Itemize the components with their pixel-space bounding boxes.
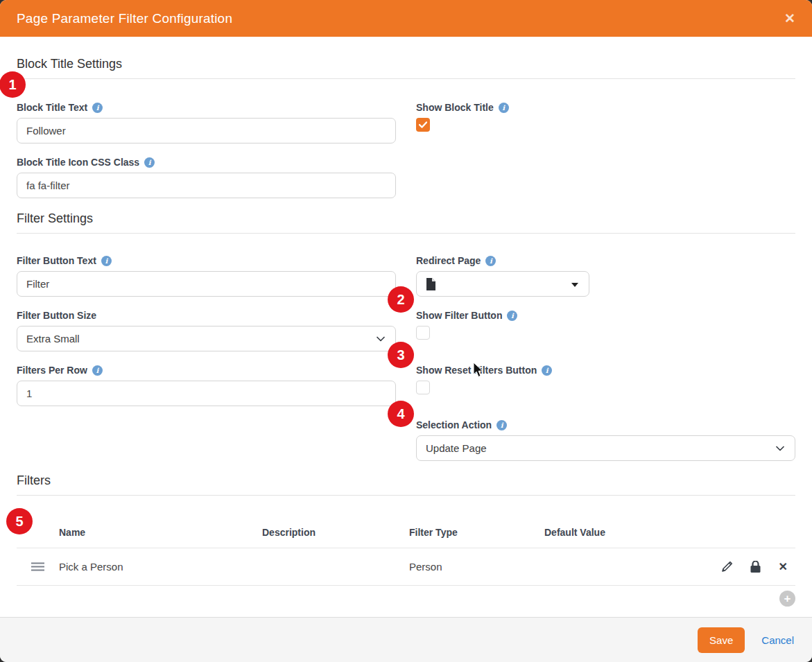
show-block-title-checkbox[interactable] [416, 118, 430, 132]
filters-per-row-label: Filters Per Row i [17, 365, 396, 376]
callout-3: 3 [388, 342, 414, 368]
info-icon[interactable]: i [101, 256, 112, 266]
close-icon[interactable]: ✕ [784, 12, 795, 25]
caret-down-icon [571, 283, 578, 287]
delete-button[interactable]: ✕ [779, 560, 788, 573]
column-name: Name [59, 527, 262, 538]
show-block-title-field: Show Block Title i [416, 102, 795, 143]
row-filter-type: Person [409, 561, 544, 573]
show-filter-button-label: Show Filter Button i [416, 310, 795, 321]
filters-per-row-input[interactable] [17, 381, 396, 406]
modal-title: Page Parameter Filter Configuration [17, 11, 232, 26]
redirect-page-field: Redirect Page i [416, 255, 795, 297]
save-button[interactable]: Save [698, 627, 745, 653]
callout-1: 1 [0, 71, 26, 98]
block-title-text-input[interactable] [17, 118, 396, 143]
info-icon[interactable]: i [542, 365, 552, 376]
divider [17, 78, 795, 79]
selection-action-select[interactable]: Update Page [416, 435, 795, 461]
row-name: Pick a Person [59, 561, 262, 573]
modal-footer: Save Cancel [0, 617, 812, 662]
block-title-icon-css-class-field: Block Title Icon CSS Class i [17, 157, 396, 198]
column-filter-type: Filter Type [409, 527, 544, 538]
callout-5: 5 [6, 508, 33, 534]
info-icon[interactable]: i [496, 420, 507, 430]
block-title-icon-css-class-label: Block Title Icon CSS Class i [17, 157, 396, 168]
info-icon[interactable]: i [144, 157, 155, 168]
mouse-cursor [472, 362, 484, 378]
cancel-button[interactable]: Cancel [761, 634, 794, 646]
filter-settings-heading: Filter Settings [17, 211, 795, 226]
add-filter-button[interactable]: + [779, 591, 795, 607]
filter-button-size-label: Filter Button Size [17, 310, 396, 321]
show-filter-button-field: Show Filter Button i [416, 310, 795, 351]
column-description: Description [262, 527, 409, 538]
page-icon [426, 278, 436, 290]
selection-action-field: Selection Action i Update Page [416, 419, 795, 461]
lock-icon [750, 561, 761, 573]
show-filter-button-checkbox[interactable] [416, 326, 430, 340]
show-reset-filters-button-checkbox[interactable] [416, 381, 430, 394]
filter-button-size-field: Filter Button Size Extra Small [17, 310, 396, 351]
filters-heading: Filters [17, 473, 795, 488]
filter-button-text-label: Filter Button Text i [17, 255, 396, 266]
block-title-text-label: Block Title Text i [17, 102, 396, 113]
block-title-text-field: Block Title Text i [17, 102, 396, 143]
filters-table-header: Name Description Filter Type Default Val… [17, 496, 795, 548]
drag-handle[interactable] [17, 562, 44, 571]
table-row: Pick a Person Person [17, 548, 795, 586]
pencil-icon [721, 561, 732, 573]
column-default-value: Default Value [544, 527, 704, 538]
x-icon: ✕ [779, 560, 788, 573]
filter-button-text-field: Filter Button Text i [17, 255, 396, 297]
block-title-settings-heading: Block Title Settings [17, 57, 795, 71]
modal-header: Page Parameter Filter Configuration ✕ [0, 0, 812, 37]
show-block-title-label: Show Block Title i [416, 102, 795, 113]
selection-action-label: Selection Action i [416, 419, 795, 430]
filter-button-text-input[interactable] [17, 271, 396, 297]
chevron-down-icon [775, 444, 785, 453]
filters-per-row-field: Filters Per Row i [17, 365, 396, 406]
info-icon[interactable]: i [485, 256, 496, 266]
drag-handle-icon [31, 562, 44, 571]
page-parameter-filter-configuration-modal: 1 2 3 4 5 Page Parameter Filter Configur… [0, 0, 812, 662]
filters-table: Name Description Filter Type Default Val… [17, 496, 795, 611]
info-icon[interactable]: i [92, 103, 103, 113]
info-icon[interactable]: i [507, 311, 517, 321]
callout-2: 2 [388, 286, 414, 313]
modal-body: Block Title Settings Block Title Text i … [0, 37, 812, 617]
check-icon [419, 121, 427, 128]
block-title-icon-css-class-input[interactable] [17, 173, 396, 198]
redirect-page-label: Redirect Page i [416, 255, 795, 266]
info-icon[interactable]: i [499, 103, 509, 113]
security-button[interactable] [750, 561, 761, 573]
divider [17, 233, 795, 234]
callout-4: 4 [388, 401, 414, 427]
redirect-page-picker[interactable] [416, 271, 589, 297]
edit-button[interactable] [721, 561, 732, 573]
chevron-down-icon [376, 334, 386, 344]
filter-button-size-select[interactable]: Extra Small [17, 326, 396, 351]
info-icon[interactable]: i [92, 365, 103, 376]
